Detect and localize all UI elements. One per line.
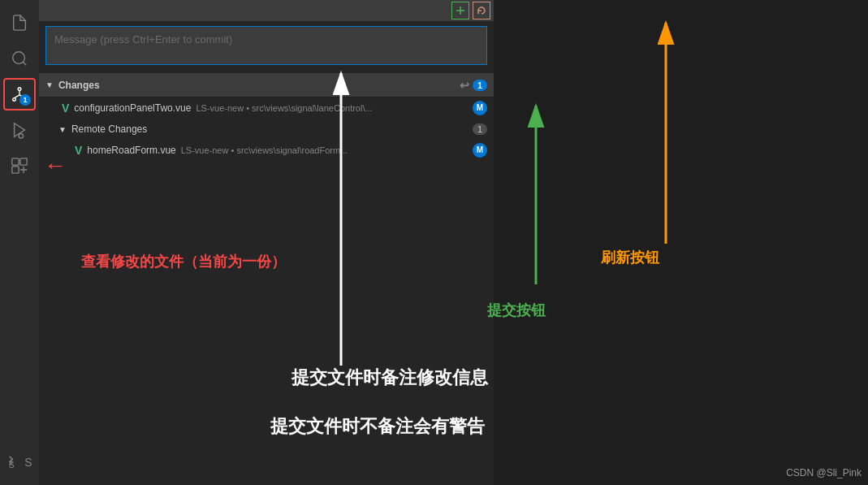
changes-chevron: ▼	[45, 80, 54, 89]
svg-line-6	[15, 95, 19, 98]
file-path-home: LS-vue-new • src\views\signal\roadForm..…	[181, 145, 473, 155]
label-white-annotation1: 提交文件时备注修改信息	[227, 366, 552, 390]
activity-icon-run[interactable]	[3, 114, 36, 146]
vue-icon-home: V	[75, 144, 82, 157]
commit-input-area	[39, 21, 494, 73]
file-name-home: homeRoadForm.vue	[87, 145, 175, 156]
svg-rect-10	[12, 158, 19, 165]
file-status-config: M	[473, 101, 487, 115]
remote-changes-header[interactable]: ▼ Remote Changes 1	[39, 119, 494, 140]
file-name-config: configurationPanelTwo.vue	[74, 102, 191, 114]
toolbar-btn-green[interactable]	[451, 2, 469, 19]
svg-rect-12	[12, 167, 19, 173]
svg-line-1	[23, 62, 26, 65]
activity-icon-search[interactable]	[3, 42, 36, 75]
remote-changes-label: Remote Changes	[71, 123, 147, 135]
svg-point-2	[18, 88, 21, 91]
source-control-badge: 1	[19, 94, 31, 106]
commit-message-input[interactable]	[45, 26, 487, 65]
svg-point-9	[19, 134, 24, 139]
svg-point-0	[13, 52, 25, 64]
changes-count: 1	[473, 80, 487, 91]
activity-icon-source-control[interactable]: 1	[3, 78, 36, 110]
source-control-panel: ▼ Changes ↩ 1 V configurationPanelTwo.vu…	[39, 0, 494, 485]
label-green-annotation: 提交按钮	[487, 301, 546, 320]
activity-bar: 1 S S	[0, 0, 39, 485]
file-path-config: LS-vue-new • src\views\signal\laneContro…	[196, 103, 473, 113]
vue-icon-config: V	[62, 102, 69, 115]
undo-icon[interactable]: ↩	[460, 79, 469, 92]
remote-chevron: ▼	[58, 125, 67, 134]
toolbar-btn-orange[interactable]	[473, 2, 490, 19]
file-item-home[interactable]: V homeRoadForm.vue LS-vue-new • src\view…	[39, 140, 494, 161]
remote-changes-count: 1	[473, 123, 487, 135]
svg-point-3	[13, 98, 16, 102]
activity-icon-files[interactable]	[3, 6, 36, 39]
label-orange-annotation: 刷新按钮	[601, 248, 659, 267]
section-actions: ↩ 1	[460, 79, 487, 92]
activity-icon-extensions[interactable]	[3, 149, 36, 182]
label-red-annotation: 查看修改的文件（当前为一份）	[81, 252, 286, 271]
svg-text:S: S	[9, 461, 15, 470]
changes-label: Changes	[58, 80, 460, 91]
watermark: CSDN @Sli_Pink	[786, 467, 862, 479]
sc-toolbar	[39, 0, 494, 21]
svg-rect-11	[20, 158, 27, 165]
activity-icon-accounts[interactable]: S S	[3, 446, 36, 479]
changes-header[interactable]: ▼ Changes ↩ 1	[39, 73, 494, 97]
label-white-annotation2: 提交文件时不备注会有警告	[195, 414, 560, 439]
file-item-config[interactable]: V configurationPanelTwo.vue LS-vue-new •…	[39, 97, 494, 119]
file-status-home: M	[473, 143, 487, 158]
